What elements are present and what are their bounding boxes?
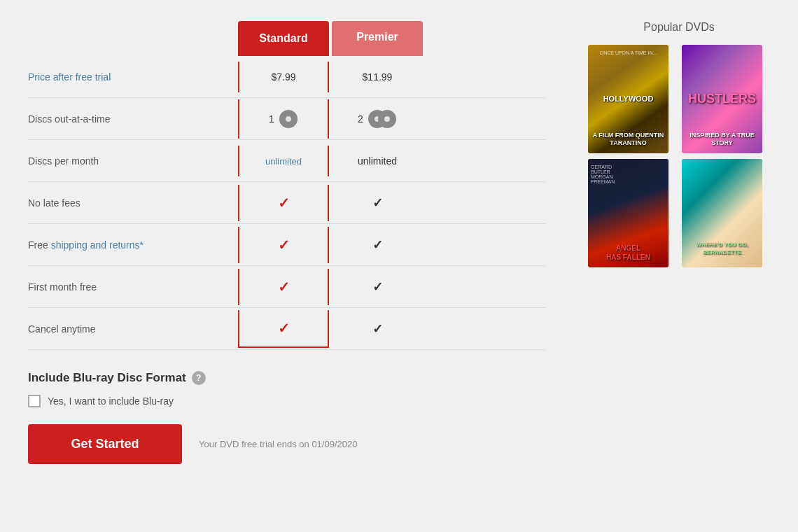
standard-first-month-check: ✓ — [278, 279, 290, 295]
no-late-fees-row: No late fees ✓ ✓ — [28, 182, 546, 224]
bluray-checkbox-label: Yes, I want to include Blu-ray — [48, 396, 174, 407]
discs-per-month-label: Discs per month — [28, 146, 238, 176]
premier-plan-label: Premier — [356, 31, 398, 43]
get-started-button[interactable]: Get Started — [28, 424, 182, 464]
premier-shipping-check: ✓ — [372, 238, 383, 252]
premier-first-month-check: ✓ — [372, 280, 383, 294]
main-container: Standard Premier Price after free trial … — [28, 21, 770, 464]
hustlers-bottom-text: INSPIRED BY A TRUE STORY — [682, 132, 762, 148]
premier-discs-out-cell: 2 — [332, 99, 423, 139]
price-label: Price after free trial — [28, 62, 238, 92]
standard-plan-label: Standard — [259, 32, 307, 44]
standard-discs-out-cell: 1 — [238, 99, 329, 139]
angel-title-text: ANGELHAS FALLEN — [588, 244, 668, 262]
no-late-fees-label: No late fees — [28, 188, 238, 218]
premier-first-month-cell: ✓ — [332, 270, 423, 304]
free-shipping-row: Free shipping and returns* ✓ ✓ — [28, 224, 546, 266]
discs-out-label: Discs out-at-a-time — [28, 104, 238, 134]
first-month-free-label: First month free — [28, 272, 238, 302]
premier-check-black: ✓ — [372, 196, 383, 210]
standard-plan-header[interactable]: Standard — [238, 21, 329, 56]
bluray-title: Include Blu-ray Disc Format ? — [28, 371, 546, 385]
dvd-poster-bernadette[interactable]: WHERE'D YOU GO,BERNADETTE — [682, 159, 762, 267]
svg-point-1 — [286, 116, 291, 122]
standard-free-shipping-cell: ✓ — [238, 227, 329, 263]
bluray-section: Include Blu-ray Disc Format ? Yes, I wan… — [28, 371, 546, 407]
popular-dvds-title: Popular DVDs — [588, 21, 770, 34]
bernadette-title-text: WHERE'D YOU GO,BERNADETTE — [682, 241, 762, 256]
price-row: Price after free trial $7.99 $11.99 — [28, 56, 546, 98]
hustlers-title-text: HUSTLERS — [682, 90, 762, 108]
standard-cancel-cell: ✓ — [238, 310, 329, 348]
pricing-table: Standard Premier Price after free trial … — [28, 21, 546, 350]
dvd-poster-hustlers[interactable]: HUSTLERS INSPIRED BY A TRUE STORY — [682, 45, 762, 153]
standard-first-month-cell: ✓ — [238, 269, 329, 305]
discs-out-row: Discs out-at-a-time 1 2 — [28, 98, 546, 140]
premier-cancel-cell: ✓ — [332, 312, 423, 346]
standard-cancel-check: ✓ — [278, 321, 290, 336]
first-month-free-row: First month free ✓ ✓ — [28, 266, 546, 308]
plan-headers: Standard Premier — [238, 21, 546, 56]
premier-cancel-check: ✓ — [372, 322, 383, 336]
bluray-checkbox-row: Yes, I want to include Blu-ray — [28, 395, 546, 407]
discs-per-month-row: Discs per month unlimited unlimited — [28, 140, 546, 182]
standard-discs-per-month-cell: unlimited — [238, 146, 329, 176]
free-shipping-label: Free shipping and returns* — [28, 230, 238, 260]
dvd-poster-angel[interactable]: GERARDBUTLERMORGANFREEMAN ANGELHAS FALLE… — [588, 159, 668, 267]
pricing-section: Standard Premier Price after free trial … — [28, 21, 546, 464]
bottom-row: Get Started Your DVD free trial ends on … — [28, 424, 546, 464]
standard-price-cell: $7.99 — [238, 62, 329, 92]
single-disc-icon — [279, 109, 298, 129]
dvd-grid: ONCE UPON A TIME IN... HOLLYWOOD A FILM … — [588, 45, 770, 267]
double-disc-icon — [368, 109, 397, 129]
hollywood-mid-text: HOLLYWOOD — [588, 94, 668, 104]
dvd-poster-hollywood[interactable]: ONCE UPON A TIME IN... HOLLYWOOD A FILM … — [588, 45, 668, 153]
hollywood-bottom-text: A FILM FROM QUENTIN TARANTINO — [588, 132, 668, 148]
premier-free-shipping-cell: ✓ — [332, 227, 423, 262]
svg-point-5 — [384, 116, 390, 122]
dvds-section: Popular DVDs ONCE UPON A TIME IN... HOLL… — [588, 21, 770, 464]
standard-no-late-fees-cell: ✓ — [238, 185, 329, 221]
cancel-anytime-row: Cancel anytime ✓ ✓ — [28, 308, 546, 350]
premier-plan-header[interactable]: Premier — [332, 21, 423, 56]
trial-note: Your DVD free trial ends on 01/09/2020 — [199, 439, 357, 449]
standard-shipping-check: ✓ — [278, 237, 290, 253]
standard-check-red: ✓ — [278, 195, 290, 211]
premier-discs-per-month-cell: unlimited — [332, 146, 423, 176]
premier-no-late-fees-cell: ✓ — [332, 186, 423, 220]
bluray-help-icon[interactable]: ? — [192, 371, 206, 385]
premier-price-cell: $11.99 — [332, 62, 423, 92]
hollywood-top-text: ONCE UPON A TIME IN... — [588, 50, 668, 55]
angel-director-text: GERARDBUTLERMORGANFREEMAN — [591, 164, 615, 184]
cancel-anytime-label: Cancel anytime — [28, 314, 238, 344]
bluray-checkbox[interactable] — [28, 395, 41, 407]
